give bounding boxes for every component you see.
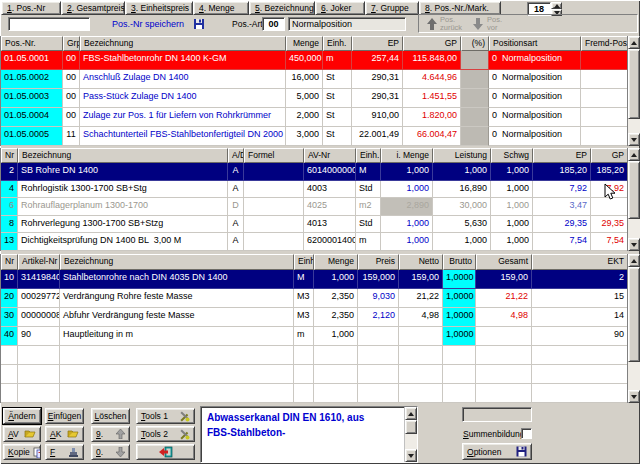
pos-forward-label[interactable]: Pos.vor — [487, 16, 502, 32]
scroll-up-button[interactable] — [628, 254, 640, 267]
tab-gruppe[interactable]: 7. Gruppe — [365, 1, 419, 15]
tab-joker[interactable]: 6. Joker — [315, 1, 365, 15]
column-header-einh[interactable]: Einh. — [323, 36, 352, 51]
column-header-nr[interactable]: Nr — [1, 148, 18, 163]
scroll-thumb[interactable] — [628, 161, 640, 219]
av-button[interactable]: AV — [3, 426, 41, 442]
column-header-artikel[interactable]: Artikel-Nr — [18, 254, 60, 270]
save-floppy-icon[interactable] — [193, 18, 205, 30]
scroll-thumb[interactable] — [628, 267, 640, 362]
table-row[interactable] — [1, 384, 627, 403]
table-row[interactable]: 3000000008Abfuhr Verdrängung feste Masse… — [1, 308, 627, 327]
table-row[interactable]: 13Dichtigkeitsprüfung DN 1400 BL 3,00 MA… — [1, 233, 627, 251]
table-row[interactable]: 2SB Rohre DN 1400A6014000000M1,0001,0001… — [1, 163, 627, 181]
table-row[interactable] — [1, 365, 627, 384]
scroll-down-button[interactable] — [628, 238, 640, 251]
pos-forward-arrow-icon[interactable] — [473, 18, 483, 30]
column-header-einh[interactable]: Einh. — [294, 254, 314, 270]
f-button[interactable]: F — [45, 444, 84, 460]
column-header-pct[interactable]: (%) — [461, 36, 489, 51]
description-memo[interactable]: Abwasserkanal DIN EN 1610, aus FBS-Stahl… — [200, 406, 418, 463]
scroll-up-button[interactable] — [628, 148, 640, 161]
tools1-button[interactable]: Tools 1 — [136, 408, 195, 424]
table-row[interactable]: 4090Hauptleitung in mm1,0001,000090 — [1, 327, 627, 346]
column-header-formel[interactable]: Formel — [244, 148, 304, 163]
column-header-brutto[interactable]: Brutto — [443, 254, 476, 270]
scroll-up-button[interactable] — [628, 36, 640, 49]
table-row[interactable]: 4Rohrlogistik 1300-1700 SB+StgA4003Std1,… — [1, 181, 627, 199]
column-header-ekt[interactable]: EKT — [532, 254, 627, 270]
column-header-ad[interactable]: A/D — [228, 148, 244, 163]
column-header-ep[interactable]: EP — [533, 148, 591, 163]
loeschen-button[interactable]: Löschen — [91, 408, 130, 424]
table-row[interactable]: 01.05.000100FBS-Stahlbetonrohr DN 1400 K… — [1, 51, 627, 70]
save-pos-nr-link[interactable]: Pos.-Nr speichern — [112, 19, 184, 29]
exit-button[interactable] — [136, 444, 195, 460]
scroll-track[interactable] — [628, 49, 640, 133]
column-header-gp[interactable]: GP — [591, 148, 627, 163]
column-header-posnr[interactable]: Pos.-Nr. — [1, 36, 63, 51]
scroll-down-button[interactable] — [405, 449, 417, 462]
side-field[interactable] — [462, 407, 532, 422]
column-header-gesamt[interactable]: Gesamt — [476, 254, 532, 270]
column-header-desc[interactable]: Bezeichnung — [80, 36, 286, 51]
table-row[interactable]: 6Rohrauflagerplanum 1300-1700D4025m22,89… — [1, 198, 627, 216]
scroll-thumb[interactable] — [628, 49, 640, 119]
table-row[interactable]: 01.05.000300Pass-Stück Zulage DN 14005,0… — [1, 89, 627, 108]
column-header-gp[interactable]: GP — [403, 36, 461, 51]
ak-button[interactable]: AK — [45, 426, 84, 442]
column-header-preis[interactable]: Preis — [358, 254, 399, 270]
pos-back-arrow-icon[interactable] — [427, 18, 437, 30]
tab-pos-nr[interactable]: 1. Pos.-Nr — [1, 1, 61, 15]
cell-ekt: 14 — [532, 308, 627, 327]
table-row[interactable] — [1, 346, 627, 365]
column-header-desc[interactable]: Bezeichnung — [60, 254, 294, 270]
optionen-button[interactable]: Optionen — [462, 443, 532, 460]
column-header-schwg[interactable]: Schwg — [491, 148, 533, 163]
column-header-menge[interactable]: Menge — [314, 254, 358, 270]
button-label: Löschen — [94, 411, 126, 421]
scroll-thumb[interactable] — [405, 420, 417, 434]
pos-9-up-button[interactable]: 9. — [91, 426, 130, 442]
table-row[interactable]: 2000029772Verdrängung Rohre feste MasseM… — [1, 289, 627, 308]
column-header-fremd[interactable]: Fremd-PosNr — [581, 36, 627, 51]
scroll-down-button[interactable] — [628, 133, 640, 146]
column-header-nr[interactable]: Nr — [1, 254, 18, 270]
table-row[interactable]: 1031419840Stahlbetonrohre nach DIN 4035 … — [1, 270, 627, 289]
spinner-up-button[interactable] — [551, 2, 562, 9]
tab-pos-nr-mark[interactable]: 8. Pos.-Nr./Mark. — [419, 1, 501, 15]
column-header-ep[interactable]: EP — [352, 36, 403, 51]
summenbildung-checkbox[interactable] — [521, 428, 532, 439]
column-header-imenge[interactable]: i. Menge — [381, 148, 433, 163]
column-header-grp[interactable]: Grp — [63, 36, 80, 51]
tab-bezeichnung[interactable]: 5. Bezeichnung — [249, 1, 315, 15]
column-header-einh[interactable]: Einh. — [356, 148, 381, 163]
column-header-menge[interactable]: Menge — [286, 36, 323, 51]
table-row[interactable]: 01.05.000400Zulage zur Pos. 1 für Liefer… — [1, 108, 627, 127]
table-row[interactable]: 01.05.000200Anschluß Zulage DN 140016,00… — [1, 70, 627, 89]
table-row[interactable]: 01.05.000511Schachtunterteil FBS-Stahlbe… — [1, 127, 627, 146]
pos-art-name-field[interactable]: Normalposition — [288, 17, 406, 31]
scroll-down-button[interactable] — [628, 390, 640, 403]
scroll-track[interactable] — [628, 161, 640, 238]
column-header-desc[interactable]: Bezeichnung — [18, 148, 228, 163]
column-header-art[interactable]: Positionsart — [489, 36, 581, 51]
pos-0-down-button[interactable]: 0. — [91, 444, 130, 460]
tab-gesamtpreis[interactable]: 2. Gesamtpreis — [61, 1, 125, 15]
column-header-avnr[interactable]: AV-Nr — [304, 148, 356, 163]
aendern-button[interactable]: Ändern — [3, 408, 41, 424]
tab-menge[interactable]: 4. Menge — [193, 1, 249, 15]
pos-back-label[interactable]: Pos.zurück — [440, 16, 462, 32]
tools2-button[interactable]: Tools 2 — [136, 426, 195, 442]
scroll-track[interactable] — [628, 267, 640, 390]
column-header-netto[interactable]: Netto — [399, 254, 443, 270]
pos-nr-input[interactable] — [8, 17, 90, 31]
pos-art-code-field[interactable]: 00 — [262, 17, 285, 31]
scroll-track[interactable] — [405, 420, 417, 449]
kopie-button[interactable]: Kopie — [3, 444, 41, 460]
tab-einheitspreis[interactable]: 3. Einheitspreis — [125, 1, 193, 15]
einfuegen-button[interactable]: Einfügen — [45, 408, 84, 424]
scroll-up-button[interactable] — [405, 407, 417, 420]
column-header-leistung[interactable]: Leistung — [433, 148, 491, 163]
table-row[interactable]: 8Rohrverlegung 1300-1700 SB+StzgA4013Std… — [1, 216, 627, 234]
